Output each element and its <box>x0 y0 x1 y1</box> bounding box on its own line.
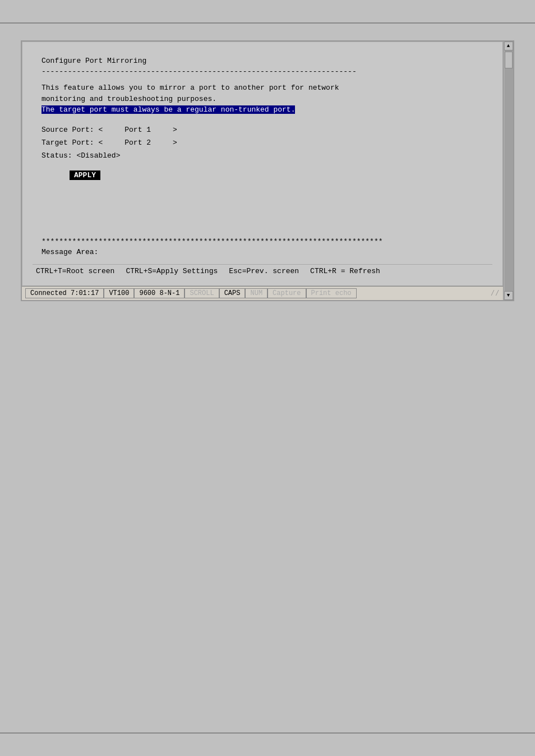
terminal-screen: Configure Port Mirroring ---------------… <box>22 42 503 286</box>
terminal-main: Configure Port Mirroring ---------------… <box>22 42 503 300</box>
message-area-line: Message Area: <box>41 247 483 257</box>
shortcut-ctrl-s: CTRL+S=Apply Settings <box>126 267 218 275</box>
target-port-value: Port 2 <box>124 139 151 147</box>
desc-line2: monitoring and troubleshooting purposes. <box>41 94 483 105</box>
apply-row: APPLY <box>41 168 483 180</box>
bottom-rule <box>0 732 535 734</box>
status-scroll: SCROLL <box>185 288 219 298</box>
scroll-track[interactable] <box>504 50 513 291</box>
config-fields: Source Port: < Port 1 > Target Port: < P… <box>41 123 483 163</box>
status-value: <Disabled> <box>76 151 120 160</box>
resize-grip-icon: ∕∕ <box>490 289 500 298</box>
title-line: Configure Port Mirroring <box>41 57 483 65</box>
scroll-down-arrow[interactable]: ▼ <box>504 291 513 300</box>
source-port-label: Source Port: < <box>41 126 103 134</box>
terminal-content: Configure Port Mirroring ---------------… <box>33 50 492 264</box>
status-row: Status: <Disabled> <box>41 149 483 162</box>
status-terminal-type: VT100 <box>104 288 134 298</box>
shortcut-ctrl-t: CTRL+T=Root screen <box>36 267 114 275</box>
status-baud: 9600 8-N-1 <box>134 288 185 298</box>
source-port-arrow[interactable]: > <box>173 126 177 134</box>
configure-title: Configure Port Mirroring <box>41 57 146 65</box>
empty-space <box>41 180 483 236</box>
desc-line3-highlighted: The target port must always be a regular… <box>41 105 295 114</box>
status-capture: Capture <box>268 288 306 298</box>
status-caps: CAPS <box>219 288 246 298</box>
target-port-label: Target Port: < <box>41 139 103 147</box>
scroll-up-arrow[interactable]: ▲ <box>504 42 513 50</box>
source-port-value: Port 1 <box>124 126 151 134</box>
status-bar: Connected 7:01:17 VT100 9600 8-N-1 SCROL… <box>22 286 503 300</box>
desc-line3: The target port must always be a regular… <box>41 104 483 116</box>
shortcut-bar: CTRL+T=Root screen CTRL+S=Apply Settings… <box>33 264 492 278</box>
status-num: NUM <box>245 288 268 298</box>
desc-line1: This feature allows you to mirror a port… <box>41 82 483 94</box>
target-port-row: Target Port: < Port 2 > <box>41 136 483 149</box>
description-block: This feature allows you to mirror a port… <box>41 82 483 116</box>
top-rule <box>0 22 535 24</box>
status-label: Status: <box>41 151 72 160</box>
source-port-row: Source Port: < Port 1 > <box>41 123 483 136</box>
terminal-window: Configure Port Mirroring ---------------… <box>21 40 514 301</box>
scroll-thumb[interactable] <box>505 52 513 68</box>
apply-button[interactable]: APPLY <box>70 170 100 180</box>
shortcut-esc: Esc=Prev. screen <box>229 267 299 275</box>
status-connected: Connected 7:01:17 <box>25 288 104 298</box>
stars-line: ****************************************… <box>41 236 483 247</box>
status-print-echo: Print echo <box>306 288 357 298</box>
scrollbar[interactable]: ▲ ▼ <box>503 42 513 300</box>
shortcut-ctrl-r: CTRL+R = Refresh <box>310 267 380 275</box>
target-port-arrow[interactable]: > <box>173 139 177 147</box>
divider-line: ----------------------------------------… <box>41 67 483 76</box>
